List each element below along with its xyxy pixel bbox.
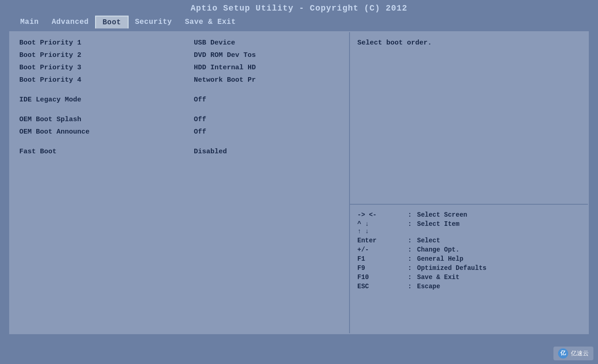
key-plusminus: +/- [357,246,408,253]
help-text: Select boot order. [357,39,432,47]
title-bar: Aptio Setup Utility - Copyright (C) 2012 [0,0,598,16]
key-enter: Enter [357,237,408,244]
left-panel: Boot Priority 1 USB Device Boot Priority… [10,32,350,333]
table-row[interactable]: Boot Priority 4 Network Boot Pr [10,74,349,86]
fast-boot-label: Fast Boot [19,148,194,156]
key-f9: F9 [357,264,408,272]
boot-priority-3-value: HDD Internal HD [194,64,256,72]
app-title: Aptio Setup Utility - Copyright (C) 2012 [191,4,407,13]
key-f10-desc: Save & Exit [417,274,459,281]
key-updown-desc: Select Item [417,220,459,228]
boot-priority-4-label: Boot Priority 4 [19,76,194,84]
boot-priority-3-label: Boot Priority 3 [19,64,194,72]
boot-priority-2-value: DVD ROM Dev Tos [194,51,256,59]
oem-boot-announce-value: Off [194,128,206,136]
key-help-row-esc: ESC : Escape [357,283,581,290]
table-row[interactable]: OEM Boot Splash Off [10,113,349,126]
nav-item-advanced[interactable]: Advanced [45,16,95,28]
nav-item-save-exit[interactable]: Save & Exit [178,16,242,28]
table-row[interactable]: Boot Priority 1 USB Device [10,37,349,49]
key-plusminus-desc: Change Opt. [417,246,459,253]
oem-boot-splash-value: Off [194,116,206,123]
nav-item-main[interactable]: Main [14,16,45,28]
boot-priority-1-value: USB Device [194,39,235,47]
ide-legacy-mode-value: Off [194,96,206,104]
key-arrows: -> <- [357,211,408,218]
key-f1-desc: General Help [417,255,463,263]
key-help-row-f9: F9 : Optimized Defaults [357,264,581,272]
fast-boot-value: Disabled [194,148,227,156]
nav-bar: Main Advanced Boot Security Save & Exit [0,16,598,28]
watermark: 亿 亿速云 [553,347,593,360]
table-row[interactable]: Boot Priority 3 HDD Internal HD [10,62,349,74]
key-f1: F1 [357,255,408,263]
table-row[interactable]: IDE Legacy Mode Off [10,94,349,106]
table-row[interactable]: Boot Priority 2 DVD ROM Dev Tos [10,49,349,62]
boot-priority-1-label: Boot Priority 1 [19,39,194,47]
key-esc: ESC [357,283,408,290]
boot-priority-4-value: Network Boot Pr [194,76,256,84]
help-description: Select boot order. [350,32,588,205]
key-help-row-f1: F1 : General Help [357,255,581,263]
key-esc-desc: Escape [417,283,440,290]
table-row[interactable]: Fast Boot Disabled [10,146,349,158]
key-f10: F10 [357,274,408,281]
key-help-section: -> <- : Select Screen ^ ↓↑ ↓ : Select It… [350,205,588,333]
ide-legacy-mode-label: IDE Legacy Mode [19,96,194,104]
key-help-row-f10: F10 : Save & Exit [357,274,581,281]
key-help-row-plusminus: +/- : Change Opt. [357,246,581,253]
table-row[interactable]: OEM Boot Announce Off [10,126,349,138]
key-f9-desc: Optimized Defaults [417,264,486,272]
nav-item-security[interactable]: Security [129,16,179,28]
key-enter-desc: Select [417,237,440,244]
key-arrows-desc: Select Screen [417,211,467,218]
watermark-text: 亿速云 [571,349,589,358]
key-help-row-updown: ^ ↓↑ ↓ : Select Item [357,220,581,235]
key-help-row-arrows: -> <- : Select Screen [357,211,581,218]
main-content: Boot Priority 1 USB Device Boot Priority… [9,31,589,334]
nav-item-boot[interactable]: Boot [95,16,128,28]
boot-priority-2-label: Boot Priority 2 [19,51,194,59]
oem-boot-splash-label: OEM Boot Splash [19,116,194,123]
key-help-row-enter: Enter : Select [357,237,581,244]
oem-boot-announce-label: OEM Boot Announce [19,128,194,136]
key-updown: ^ ↓↑ ↓ [357,220,408,235]
right-panel: Select boot order. -> <- : Select Screen… [350,32,588,333]
watermark-icon: 亿 [558,348,568,358]
